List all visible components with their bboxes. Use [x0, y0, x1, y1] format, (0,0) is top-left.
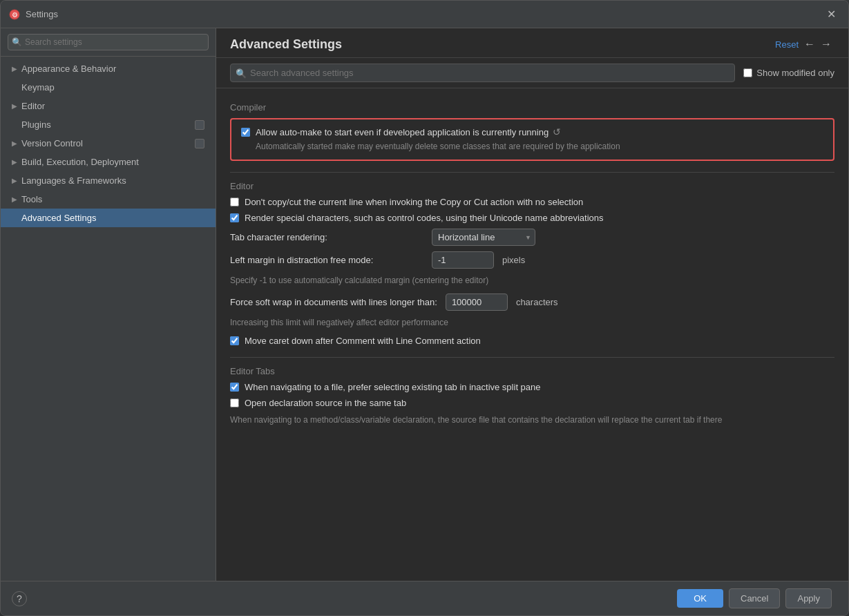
sidebar-item-build[interactable]: ▶ Build, Execution, Deployment	[1, 153, 216, 171]
sidebar-search-icon: 🔍	[12, 37, 22, 47]
sidebar-item-label: Version Control	[21, 138, 83, 148]
title-bar: ⚙ Settings ✕	[1, 1, 848, 28]
sidebar-item-editor[interactable]: ▶ Editor	[1, 97, 216, 115]
auto-make-label: Allow auto-make to start even if develop…	[256, 126, 620, 137]
main-search-wrap: 🔍	[230, 64, 735, 82]
sidebar-item-label: Build, Execution, Deployment	[21, 157, 139, 167]
sidebar-item-vcs[interactable]: ▶ Version Control	[1, 134, 216, 153]
close-button[interactable]: ✕	[823, 6, 840, 22]
sidebar-item-tools[interactable]: ▶ Tools	[1, 190, 216, 209]
compiler-highlighted-box: Allow auto-make to start even if develop…	[230, 118, 834, 161]
prefer-existing-tab-label[interactable]: When navigating to a file, prefer select…	[245, 382, 541, 392]
soft-wrap-input[interactable]	[446, 293, 508, 311]
editor-section-header: Editor	[230, 181, 834, 191]
open-declaration-label[interactable]: Open declaration source in the same tab	[245, 398, 406, 408]
show-modified-wrap: Show modified only	[743, 68, 834, 78]
window-title: Settings	[26, 9, 823, 19]
open-declaration-checkbox[interactable]	[230, 398, 239, 407]
compiler-divider	[230, 172, 834, 173]
compiler-section-header: Compiler	[230, 102, 834, 113]
open-declaration-row: Open declaration source in the same tab	[230, 398, 834, 408]
sidebar-item-label: Advanced Settings	[21, 213, 96, 223]
auto-make-checkbox[interactable]	[241, 128, 250, 137]
plugin-badge	[195, 120, 204, 130]
page-title: Advanced Settings	[230, 37, 775, 52]
ok-button[interactable]: OK	[677, 589, 723, 608]
sidebar-item-appearance[interactable]: ▶ Appearance & Behavior	[1, 59, 216, 78]
sidebar-item-label: Appearance & Behavior	[21, 64, 116, 74]
left-margin-row: Left margin in distraction free mode: pi…	[230, 251, 834, 269]
open-declaration-hint: When navigating to a method/class/variab…	[230, 414, 834, 426]
auto-make-content: Allow auto-make to start even if develop…	[256, 126, 620, 153]
left-margin-suffix: pixels	[502, 255, 525, 265]
no-copy-checkbox[interactable]	[230, 198, 239, 206]
sidebar-item-advanced-settings[interactable]: ▶ Advanced Settings	[1, 209, 216, 227]
help-button[interactable]: ?	[12, 591, 27, 606]
sidebar: 🔍 ▶ Appearance & Behavior ▶ Keymap ▶ Edi…	[1, 28, 216, 581]
forward-button[interactable]: →	[818, 37, 834, 52]
settings-scroll-area: Compiler Allow auto-make to start even i…	[216, 88, 848, 581]
tab-rendering-row: Tab character rendering: Horizontal line…	[230, 229, 834, 246]
sidebar-item-label: Languages & Frameworks	[21, 175, 126, 186]
soft-wrap-row: Force soft wrap in documents with lines …	[230, 293, 834, 311]
soft-wrap-suffix: characters	[516, 297, 558, 307]
sidebar-item-keymap[interactable]: ▶ Keymap	[1, 78, 216, 97]
apply-button[interactable]: Apply	[785, 588, 832, 608]
soft-wrap-label: Force soft wrap in documents with lines …	[230, 297, 437, 307]
main-search-input[interactable]	[230, 64, 735, 82]
move-caret-checkbox[interactable]	[230, 336, 239, 345]
move-caret-row: Move caret down after Comment with Line …	[230, 336, 834, 346]
move-caret-label[interactable]: Move caret down after Comment with Line …	[245, 336, 481, 346]
no-copy-row: Don't copy/cut the current line when inv…	[230, 197, 834, 207]
sidebar-item-plugins[interactable]: ▶ Plugins	[1, 115, 216, 134]
auto-make-item: Allow auto-make to start even if develop…	[241, 126, 823, 153]
prefer-existing-tab-row: When navigating to a file, prefer select…	[230, 382, 834, 392]
render-special-row: Render special characters, such as contr…	[230, 213, 834, 223]
editor-divider	[230, 357, 834, 358]
sidebar-item-languages[interactable]: ▶ Languages & Frameworks	[1, 171, 216, 190]
cancel-button[interactable]: Cancel	[729, 588, 780, 608]
sidebar-search-area: 🔍	[1, 28, 216, 57]
chevron-right-icon: ▶	[12, 139, 17, 147]
sidebar-item-label: Editor	[21, 101, 45, 111]
chevron-right-icon: ▶	[12, 65, 17, 73]
render-special-label[interactable]: Render special characters, such as contr…	[245, 213, 604, 223]
tab-rendering-dropdown-wrap: Horizontal line Arrow None	[432, 229, 535, 246]
tab-rendering-label: Tab character rendering:	[230, 232, 423, 242]
svg-text:⚙: ⚙	[12, 11, 18, 19]
footer: ? OK Cancel Apply	[1, 581, 848, 615]
show-modified-checkbox[interactable]	[743, 68, 752, 77]
sidebar-item-label: Tools	[21, 194, 42, 204]
chevron-right-icon: ▶	[12, 158, 17, 166]
main-content: Advanced Settings Reset ← → 🔍 Show modif…	[216, 28, 848, 581]
render-special-checkbox[interactable]	[230, 213, 239, 222]
chevron-right-icon: ▶	[12, 177, 17, 184]
prefer-existing-tab-checkbox[interactable]	[230, 383, 239, 392]
editor-tabs-section-header: Editor Tabs	[230, 366, 834, 376]
back-button[interactable]: ←	[801, 37, 818, 52]
auto-make-description: Automatically started make may eventuall…	[256, 140, 620, 153]
search-bar-area: 🔍 Show modified only	[216, 58, 848, 88]
reset-button[interactable]: Reset	[775, 39, 799, 50]
left-margin-input[interactable]	[432, 251, 494, 269]
sidebar-item-label: Plugins	[21, 119, 51, 130]
vcs-badge	[195, 139, 204, 148]
main-search-icon: 🔍	[236, 68, 247, 78]
soft-wrap-hint: Increasing this limit will negatively af…	[230, 316, 834, 329]
auto-make-reset-icon[interactable]: ↺	[553, 126, 561, 137]
chevron-right-icon: ▶	[12, 195, 17, 203]
tab-rendering-select[interactable]: Horizontal line Arrow None	[432, 229, 535, 246]
chevron-right-icon: ▶	[12, 102, 17, 110]
sidebar-search-input[interactable]	[8, 34, 209, 50]
main-header: Advanced Settings Reset ← →	[216, 28, 848, 58]
left-margin-label: Left margin in distraction free mode:	[230, 255, 423, 265]
sidebar-item-label: Keymap	[21, 82, 55, 93]
no-copy-label[interactable]: Don't copy/cut the current line when inv…	[245, 197, 583, 207]
show-modified-label[interactable]: Show modified only	[756, 68, 834, 78]
left-margin-hint: Specify -1 to use automatically calculat…	[230, 274, 834, 287]
sidebar-items-list: ▶ Appearance & Behavior ▶ Keymap ▶ Edito…	[1, 57, 216, 581]
app-icon: ⚙	[9, 9, 20, 20]
